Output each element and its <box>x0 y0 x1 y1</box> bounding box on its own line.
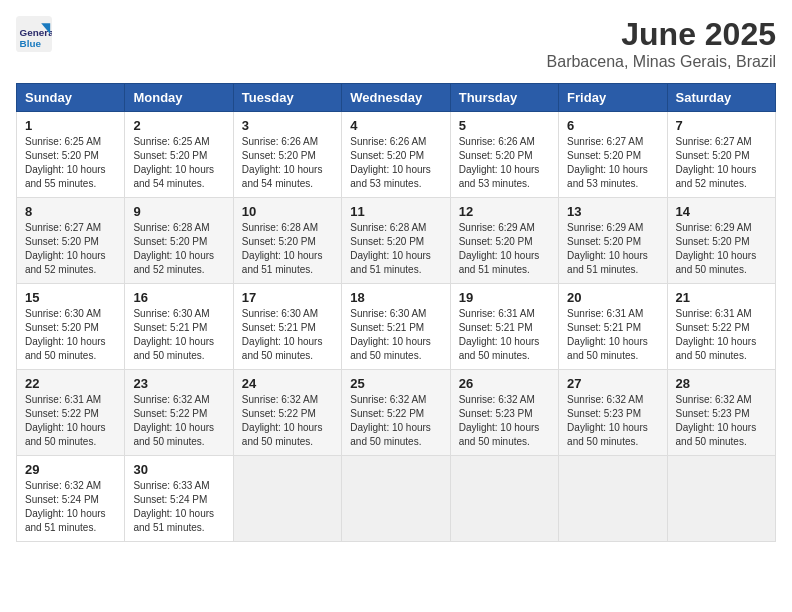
day-number: 20 <box>567 290 658 305</box>
day-number: 29 <box>25 462 116 477</box>
day-number: 6 <box>567 118 658 133</box>
day-number: 14 <box>676 204 767 219</box>
day-number: 17 <box>242 290 333 305</box>
day-number: 5 <box>459 118 550 133</box>
day-number: 19 <box>459 290 550 305</box>
calendar-cell: 15 Sunrise: 6:30 AM Sunset: 5:20 PM Dayl… <box>17 284 125 370</box>
day-number: 18 <box>350 290 441 305</box>
day-number: 30 <box>133 462 224 477</box>
day-number: 13 <box>567 204 658 219</box>
day-info: Sunrise: 6:26 AM Sunset: 5:20 PM Dayligh… <box>459 135 550 191</box>
calendar-cell: 14 Sunrise: 6:29 AM Sunset: 5:20 PM Dayl… <box>667 198 775 284</box>
calendar-cell <box>667 456 775 542</box>
calendar-cell: 26 Sunrise: 6:32 AM Sunset: 5:23 PM Dayl… <box>450 370 558 456</box>
column-header-thursday: Thursday <box>450 84 558 112</box>
day-info: Sunrise: 6:29 AM Sunset: 5:20 PM Dayligh… <box>676 221 767 277</box>
day-info: Sunrise: 6:31 AM Sunset: 5:22 PM Dayligh… <box>25 393 116 449</box>
day-info: Sunrise: 6:30 AM Sunset: 5:20 PM Dayligh… <box>25 307 116 363</box>
day-number: 21 <box>676 290 767 305</box>
calendar-cell: 5 Sunrise: 6:26 AM Sunset: 5:20 PM Dayli… <box>450 112 558 198</box>
calendar-cell: 11 Sunrise: 6:28 AM Sunset: 5:20 PM Dayl… <box>342 198 450 284</box>
calendar-cell: 9 Sunrise: 6:28 AM Sunset: 5:20 PM Dayli… <box>125 198 233 284</box>
day-number: 4 <box>350 118 441 133</box>
calendar-cell: 28 Sunrise: 6:32 AM Sunset: 5:23 PM Dayl… <box>667 370 775 456</box>
logo-icon: General Blue <box>16 16 52 52</box>
calendar-cell: 23 Sunrise: 6:32 AM Sunset: 5:22 PM Dayl… <box>125 370 233 456</box>
day-info: Sunrise: 6:32 AM Sunset: 5:23 PM Dayligh… <box>567 393 658 449</box>
column-header-sunday: Sunday <box>17 84 125 112</box>
column-header-wednesday: Wednesday <box>342 84 450 112</box>
calendar-cell: 22 Sunrise: 6:31 AM Sunset: 5:22 PM Dayl… <box>17 370 125 456</box>
day-info: Sunrise: 6:29 AM Sunset: 5:20 PM Dayligh… <box>567 221 658 277</box>
day-number: 3 <box>242 118 333 133</box>
calendar-cell <box>450 456 558 542</box>
calendar-cell: 13 Sunrise: 6:29 AM Sunset: 5:20 PM Dayl… <box>559 198 667 284</box>
day-info: Sunrise: 6:27 AM Sunset: 5:20 PM Dayligh… <box>567 135 658 191</box>
column-headers: SundayMondayTuesdayWednesdayThursdayFrid… <box>17 84 776 112</box>
calendar-cell: 12 Sunrise: 6:29 AM Sunset: 5:20 PM Dayl… <box>450 198 558 284</box>
day-number: 27 <box>567 376 658 391</box>
calendar-cell: 19 Sunrise: 6:31 AM Sunset: 5:21 PM Dayl… <box>450 284 558 370</box>
day-info: Sunrise: 6:27 AM Sunset: 5:20 PM Dayligh… <box>676 135 767 191</box>
column-header-monday: Monday <box>125 84 233 112</box>
day-info: Sunrise: 6:26 AM Sunset: 5:20 PM Dayligh… <box>350 135 441 191</box>
title-area: June 2025 Barbacena, Minas Gerais, Brazi… <box>547 16 776 71</box>
calendar-cell: 16 Sunrise: 6:30 AM Sunset: 5:21 PM Dayl… <box>125 284 233 370</box>
logo: General Blue <box>16 16 52 52</box>
day-number: 22 <box>25 376 116 391</box>
calendar-cell: 3 Sunrise: 6:26 AM Sunset: 5:20 PM Dayli… <box>233 112 341 198</box>
day-number: 7 <box>676 118 767 133</box>
calendar-week-5: 29 Sunrise: 6:32 AM Sunset: 5:24 PM Dayl… <box>17 456 776 542</box>
day-info: Sunrise: 6:32 AM Sunset: 5:22 PM Dayligh… <box>133 393 224 449</box>
column-header-friday: Friday <box>559 84 667 112</box>
day-info: Sunrise: 6:32 AM Sunset: 5:24 PM Dayligh… <box>25 479 116 535</box>
day-number: 12 <box>459 204 550 219</box>
day-number: 24 <box>242 376 333 391</box>
calendar-cell: 10 Sunrise: 6:28 AM Sunset: 5:20 PM Dayl… <box>233 198 341 284</box>
day-info: Sunrise: 6:25 AM Sunset: 5:20 PM Dayligh… <box>25 135 116 191</box>
day-number: 28 <box>676 376 767 391</box>
column-header-tuesday: Tuesday <box>233 84 341 112</box>
calendar-cell <box>559 456 667 542</box>
day-info: Sunrise: 6:32 AM Sunset: 5:22 PM Dayligh… <box>242 393 333 449</box>
day-number: 23 <box>133 376 224 391</box>
day-info: Sunrise: 6:30 AM Sunset: 5:21 PM Dayligh… <box>133 307 224 363</box>
day-number: 11 <box>350 204 441 219</box>
calendar-cell: 29 Sunrise: 6:32 AM Sunset: 5:24 PM Dayl… <box>17 456 125 542</box>
calendar-cell: 30 Sunrise: 6:33 AM Sunset: 5:24 PM Dayl… <box>125 456 233 542</box>
calendar-cell: 1 Sunrise: 6:25 AM Sunset: 5:20 PM Dayli… <box>17 112 125 198</box>
calendar-week-1: 1 Sunrise: 6:25 AM Sunset: 5:20 PM Dayli… <box>17 112 776 198</box>
day-info: Sunrise: 6:32 AM Sunset: 5:23 PM Dayligh… <box>676 393 767 449</box>
day-info: Sunrise: 6:32 AM Sunset: 5:23 PM Dayligh… <box>459 393 550 449</box>
day-number: 10 <box>242 204 333 219</box>
calendar-title: June 2025 <box>547 16 776 53</box>
day-info: Sunrise: 6:26 AM Sunset: 5:20 PM Dayligh… <box>242 135 333 191</box>
calendar-cell <box>233 456 341 542</box>
calendar-week-4: 22 Sunrise: 6:31 AM Sunset: 5:22 PM Dayl… <box>17 370 776 456</box>
day-info: Sunrise: 6:31 AM Sunset: 5:21 PM Dayligh… <box>567 307 658 363</box>
calendar-cell: 21 Sunrise: 6:31 AM Sunset: 5:22 PM Dayl… <box>667 284 775 370</box>
day-info: Sunrise: 6:28 AM Sunset: 5:20 PM Dayligh… <box>242 221 333 277</box>
day-number: 8 <box>25 204 116 219</box>
day-number: 16 <box>133 290 224 305</box>
calendar-cell: 7 Sunrise: 6:27 AM Sunset: 5:20 PM Dayli… <box>667 112 775 198</box>
day-number: 2 <box>133 118 224 133</box>
day-info: Sunrise: 6:30 AM Sunset: 5:21 PM Dayligh… <box>350 307 441 363</box>
day-number: 9 <box>133 204 224 219</box>
column-header-saturday: Saturday <box>667 84 775 112</box>
calendar-cell: 8 Sunrise: 6:27 AM Sunset: 5:20 PM Dayli… <box>17 198 125 284</box>
day-info: Sunrise: 6:28 AM Sunset: 5:20 PM Dayligh… <box>133 221 224 277</box>
calendar-subtitle: Barbacena, Minas Gerais, Brazil <box>547 53 776 71</box>
day-info: Sunrise: 6:25 AM Sunset: 5:20 PM Dayligh… <box>133 135 224 191</box>
calendar-cell: 24 Sunrise: 6:32 AM Sunset: 5:22 PM Dayl… <box>233 370 341 456</box>
svg-text:Blue: Blue <box>20 38 42 49</box>
calendar-cell: 27 Sunrise: 6:32 AM Sunset: 5:23 PM Dayl… <box>559 370 667 456</box>
calendar-table: SundayMondayTuesdayWednesdayThursdayFrid… <box>16 83 776 542</box>
day-info: Sunrise: 6:29 AM Sunset: 5:20 PM Dayligh… <box>459 221 550 277</box>
calendar-cell: 20 Sunrise: 6:31 AM Sunset: 5:21 PM Dayl… <box>559 284 667 370</box>
day-info: Sunrise: 6:33 AM Sunset: 5:24 PM Dayligh… <box>133 479 224 535</box>
calendar-week-3: 15 Sunrise: 6:30 AM Sunset: 5:20 PM Dayl… <box>17 284 776 370</box>
day-info: Sunrise: 6:28 AM Sunset: 5:20 PM Dayligh… <box>350 221 441 277</box>
day-info: Sunrise: 6:32 AM Sunset: 5:22 PM Dayligh… <box>350 393 441 449</box>
calendar-cell: 18 Sunrise: 6:30 AM Sunset: 5:21 PM Dayl… <box>342 284 450 370</box>
